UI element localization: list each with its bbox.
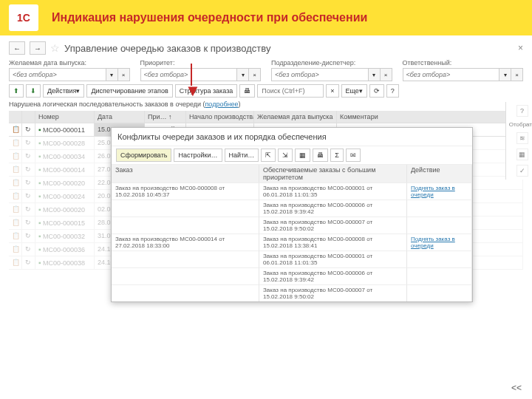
filter-priority-input[interactable] xyxy=(140,68,238,81)
close-icon[interactable]: × xyxy=(518,43,523,53)
mail-icon[interactable]: ✉ xyxy=(346,149,361,162)
nav-back-button[interactable]: ← xyxy=(9,41,25,55)
doc-icon: ▪ xyxy=(38,152,41,160)
clear-icon[interactable]: × xyxy=(118,68,130,81)
help-icon[interactable]: ? xyxy=(386,84,399,98)
row-status-icon: ↻ xyxy=(22,163,35,177)
row-status-icon: ↻ xyxy=(22,150,35,163)
print-icon[interactable]: 🖶 xyxy=(313,149,328,162)
slide-title: Индикация нарушения очередности при обес… xyxy=(52,11,367,24)
dropdown-icon[interactable]: ▾ xyxy=(499,68,511,81)
print-icon[interactable]: 🖶 xyxy=(239,84,255,98)
popup-row[interactable]: Заказ на производство MC00-000001 от 06.… xyxy=(112,251,472,268)
popup-row[interactable]: Заказ на производство MC00-000007 от 15.… xyxy=(112,285,472,301)
row-doc-icon: 📋 xyxy=(9,230,22,243)
nav-fwd-button[interactable]: → xyxy=(30,41,46,55)
warning-line: Нарушена логическая последовательность з… xyxy=(9,100,523,108)
dropdown-icon[interactable]: ▾ xyxy=(237,68,249,81)
panel-filter-icon[interactable]: ≋ xyxy=(516,132,528,144)
clear-icon[interactable]: × xyxy=(249,68,261,81)
search-input[interactable] xyxy=(257,84,324,98)
doc-icon: ▪ xyxy=(38,232,41,240)
popup-col-secured: Обеспечиваемые заказы с большим приорите… xyxy=(259,165,407,183)
favorite-icon[interactable]: ☆ xyxy=(50,42,60,54)
sum-icon[interactable]: Σ xyxy=(330,149,344,162)
down-button[interactable]: ⬇ xyxy=(26,84,41,98)
raise-order-link[interactable]: Поднять заказ в очереди xyxy=(411,185,455,198)
collapse-icon[interactable]: ⇱ xyxy=(261,149,276,162)
logo: 1C xyxy=(9,4,38,31)
filter-bar: Желаемая дата выпуска: ▾× Приоритет: ▾× … xyxy=(9,59,523,81)
row-status-icon: ↻ xyxy=(22,216,35,230)
row-status-icon: ↻ xyxy=(22,256,35,270)
logo-text: 1C xyxy=(17,12,30,24)
row-doc-icon: 📋 xyxy=(9,150,22,163)
panel-check-icon[interactable]: ✓ xyxy=(516,165,528,177)
filter-dept-input[interactable] xyxy=(271,68,369,81)
footer-back[interactable]: << xyxy=(511,383,522,393)
row-status-icon: ↻ xyxy=(22,203,35,216)
doc-icon: ▪ xyxy=(38,126,41,134)
row-status-icon: ↻ xyxy=(22,123,35,137)
filter-date-input[interactable] xyxy=(9,68,106,81)
doc-icon: ▪ xyxy=(38,166,41,174)
col-wish[interactable]: Желаемая дата выпуска xyxy=(254,111,337,123)
row-doc-icon: 📋 xyxy=(9,243,22,256)
popup-title: Конфликты очереди заказов и их порядка о… xyxy=(112,128,472,146)
doc-icon: ▪ xyxy=(38,192,41,200)
panel-help-icon[interactable]: ? xyxy=(516,105,528,117)
up-button[interactable]: ⬆ xyxy=(9,84,24,98)
filter-resp-label: Ответственный: xyxy=(403,59,524,66)
row-doc-icon: 📋 xyxy=(9,163,22,177)
more-menu[interactable]: Еще ▾ xyxy=(341,84,367,98)
filter-dept-label: Подразделение-диспетчер: xyxy=(271,59,392,66)
expand-icon[interactable]: ⇲ xyxy=(278,149,293,162)
popup-row[interactable]: Заказ на производство MC00-000006 от 15.… xyxy=(112,268,472,285)
row-doc-icon: 📋 xyxy=(9,190,22,203)
clear-icon[interactable]: × xyxy=(511,68,523,81)
popup-row[interactable]: Заказ на производство MC00-000008 от 15.… xyxy=(112,183,472,200)
dispatch-button[interactable]: Диспетчирование этапов xyxy=(86,84,172,98)
dropdown-icon[interactable]: ▾ xyxy=(369,68,381,81)
popup-col-order: Заказ xyxy=(112,165,259,183)
page-title: Управление очередью заказов к производст… xyxy=(64,43,270,54)
filter-resp-input[interactable] xyxy=(403,68,500,81)
row-status-icon: ↻ xyxy=(22,137,35,150)
col-comment[interactable]: Комментари xyxy=(337,111,523,123)
popup-row[interactable]: Заказ на производство MC00-000006 от 15.… xyxy=(112,200,472,217)
refresh-icon[interactable]: ⟳ xyxy=(369,84,384,98)
find-button[interactable]: Найти… xyxy=(225,149,259,162)
actions-menu[interactable]: Действия ▾ xyxy=(43,84,84,98)
panel-grid-icon[interactable]: ▦ xyxy=(516,149,528,160)
row-status-icon: ↻ xyxy=(22,190,35,203)
clear-icon[interactable]: × xyxy=(381,68,392,81)
col-start[interactable]: Начало производства xyxy=(186,111,254,123)
row-doc-icon: 📋 xyxy=(9,203,22,216)
doc-icon: ▪ xyxy=(38,259,41,267)
warning-details-link[interactable]: подробнее xyxy=(205,100,238,108)
col-date[interactable]: Дата xyxy=(95,111,145,123)
row-status-icon: ↻ xyxy=(22,243,35,256)
row-status-icon: ↻ xyxy=(22,177,35,190)
right-panel-label: Отобрать xyxy=(509,121,532,128)
col-number[interactable]: Номер xyxy=(35,111,95,123)
row-doc-icon: 📋 xyxy=(9,137,22,150)
search-clear-icon[interactable]: × xyxy=(326,84,338,98)
form-button[interactable]: Сформировать xyxy=(116,149,171,162)
annotation-arrow-head: ▼ xyxy=(185,81,201,100)
doc-icon: ▪ xyxy=(38,219,41,227)
raise-order-link[interactable]: Поднять заказ в очереди xyxy=(411,236,455,249)
popup-row[interactable]: Заказ на производство MC00-000007 от 15.… xyxy=(112,217,472,234)
row-doc-icon: 📋 xyxy=(9,216,22,230)
popup-row[interactable]: Заказ на производство MC00-000014 от 27.… xyxy=(112,234,472,251)
filter-priority-label: Приоритет: xyxy=(140,59,262,66)
doc-icon: ▪ xyxy=(38,245,41,253)
popup-col-action: Действие xyxy=(407,165,472,183)
dropdown-icon[interactable]: ▾ xyxy=(106,68,118,81)
popup-grid-header: Заказ Обеспечиваемые заказы с большим пр… xyxy=(112,165,472,183)
col-priority[interactable]: При… ↑ xyxy=(145,111,186,123)
settings-button[interactable]: Настройки… xyxy=(174,149,222,162)
right-panel: ? Отобрать ≋ ▦ ✓ xyxy=(505,102,532,180)
spreadsheet-icon[interactable]: ▦ xyxy=(295,149,310,162)
conflicts-popup: Конфликты очереди заказов и их порядка о… xyxy=(111,127,473,302)
